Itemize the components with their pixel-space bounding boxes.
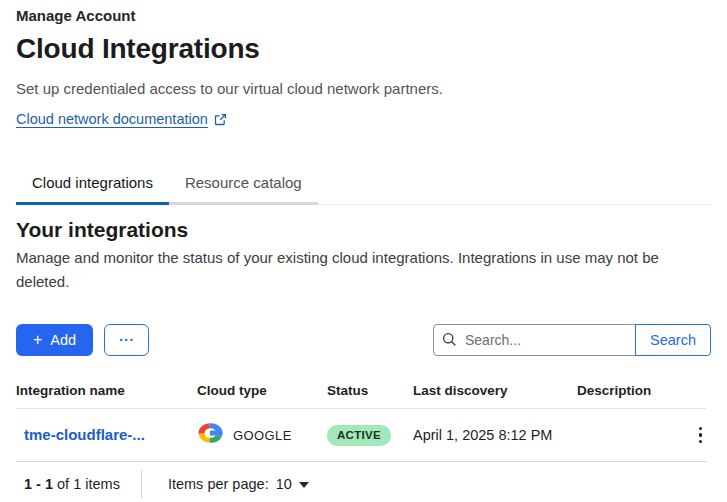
add-button-label: Add bbox=[50, 332, 76, 348]
add-button[interactable]: + Add bbox=[16, 324, 93, 356]
doc-link-label: Cloud network documentation bbox=[16, 111, 208, 127]
cloud-network-documentation-link[interactable]: Cloud network documentation bbox=[16, 111, 227, 127]
row-actions-kebab-icon[interactable] bbox=[695, 423, 707, 448]
column-header-description: Description bbox=[577, 383, 678, 398]
section-description: Manage and monitor the status of your ex… bbox=[16, 246, 711, 294]
tab-resource-catalog[interactable]: Resource catalog bbox=[169, 168, 318, 205]
breadcrumb: Manage Account bbox=[16, 7, 711, 24]
cell-last-discovery: April 1, 2025 8:12 PM bbox=[413, 427, 577, 443]
integration-name-link[interactable]: tme-cloudflare-... bbox=[24, 426, 145, 443]
page-subtitle: Set up credentialed access to our virtua… bbox=[16, 80, 711, 97]
more-actions-button[interactable]: ... bbox=[104, 324, 149, 356]
tab-bar: Cloud integrations Resource catalog bbox=[16, 168, 711, 205]
column-header-last-discovery: Last discovery bbox=[413, 383, 577, 398]
table-header-row: Integration name Cloud type Status Last … bbox=[16, 375, 706, 409]
items-per-page-select[interactable]: Items per page: 10 bbox=[168, 476, 309, 492]
search-input[interactable] bbox=[433, 324, 636, 356]
ellipsis-icon: ... bbox=[119, 327, 135, 344]
items-per-page-label: Items per page: bbox=[168, 476, 269, 492]
caret-down-icon bbox=[299, 482, 309, 488]
page-title: Cloud Integrations bbox=[16, 33, 711, 65]
pagination-range: 1 - 1 of 1 items bbox=[24, 476, 120, 492]
tab-cloud-integrations[interactable]: Cloud integrations bbox=[16, 168, 169, 205]
table-toolbar: + Add ... Search bbox=[16, 324, 711, 356]
column-header-integration-name: Integration name bbox=[16, 383, 197, 398]
pagination-divider bbox=[141, 470, 142, 498]
doc-link-row: Cloud network documentation bbox=[16, 110, 711, 128]
toolbar-left: + Add ... bbox=[16, 324, 149, 356]
pagination-bar: 1 - 1 of 1 items Items per page: 10 bbox=[16, 461, 706, 502]
search-group: Search bbox=[433, 324, 711, 356]
column-header-cloud-type: Cloud type bbox=[197, 383, 327, 398]
table-row: tme-cloudflare-... GOOGLE ACTIVE April bbox=[16, 409, 706, 461]
search-box bbox=[433, 324, 636, 356]
pagination-range-bold: 1 - 1 bbox=[24, 476, 53, 492]
plus-icon: + bbox=[33, 332, 42, 348]
integrations-table: Integration name Cloud type Status Last … bbox=[16, 375, 706, 502]
google-cloud-icon bbox=[197, 422, 224, 448]
status-badge: ACTIVE bbox=[327, 425, 391, 446]
cell-integration-name: tme-cloudflare-... bbox=[24, 426, 197, 444]
column-header-status: Status bbox=[327, 383, 413, 398]
cloud-integrations-page: Manage Account Cloud Integrations Set up… bbox=[0, 0, 727, 502]
cell-cloud-type: GOOGLE bbox=[197, 422, 327, 448]
external-link-icon bbox=[214, 113, 227, 126]
cloud-type-label: GOOGLE bbox=[233, 428, 292, 443]
pagination-total: of 1 items bbox=[57, 476, 120, 492]
search-button[interactable]: Search bbox=[635, 324, 711, 356]
section-heading: Your integrations bbox=[16, 218, 711, 242]
cell-status: ACTIVE bbox=[327, 425, 413, 446]
items-per-page-value: 10 bbox=[276, 476, 292, 492]
